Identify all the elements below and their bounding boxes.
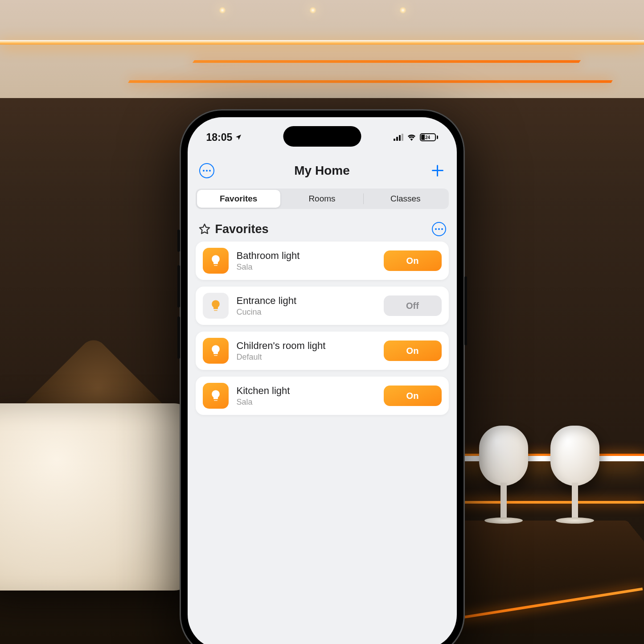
star-icon: [198, 223, 211, 235]
wifi-icon: [407, 134, 416, 141]
light-text: Entrance light Cucina: [237, 295, 376, 317]
light-card[interactable]: Kitchen light Sala On: [196, 377, 449, 415]
section-title: Favorites: [215, 222, 269, 236]
menu-button[interactable]: [198, 162, 215, 179]
phone-volume-down: [177, 316, 180, 359]
nav-bar: My Home: [188, 157, 457, 184]
ellipsis-circle-icon: [199, 163, 214, 178]
ceiling-light-strip: [128, 80, 612, 83]
bar-stool: [475, 426, 533, 524]
light-room: Cucina: [237, 308, 376, 317]
light-toggle-button[interactable]: Off: [384, 295, 442, 316]
content-area: Favorites Bathroom light Sala On: [196, 217, 449, 644]
light-room: Sala: [237, 263, 376, 272]
tab-classes[interactable]: Classes: [364, 190, 447, 208]
light-room: Default: [237, 353, 376, 362]
plus-icon: [431, 164, 444, 177]
light-name: Children's room light: [237, 340, 376, 352]
lightbulb-icon: [203, 338, 229, 364]
ceiling-spotlight: [309, 7, 316, 14]
ceiling-light-strip: [0, 40, 644, 45]
light-room: Sala: [237, 398, 376, 407]
tab-rooms[interactable]: Rooms: [280, 190, 364, 208]
lightbulb-icon: [203, 248, 229, 274]
cellular-icon: [394, 134, 403, 141]
lightbulb-icon: [203, 293, 229, 319]
light-card[interactable]: Entrance light Cucina Off: [196, 287, 449, 325]
light-toggle-button[interactable]: On: [384, 250, 442, 271]
bar-stool: [546, 426, 604, 524]
light-text: Children's room light Default: [237, 340, 376, 362]
add-button[interactable]: [429, 162, 446, 179]
light-toggle-button[interactable]: On: [384, 340, 442, 361]
phone-screen: 18:05 24 My Home: [188, 117, 457, 644]
ceiling: [0, 0, 644, 98]
light-card[interactable]: Bathroom light Sala On: [196, 242, 449, 280]
light-card[interactable]: Children's room light Default On: [196, 332, 449, 370]
phone-power-button: [464, 276, 467, 345]
light-name: Entrance light: [237, 295, 376, 307]
page-title: My Home: [294, 164, 349, 178]
light-name: Bathroom light: [237, 250, 376, 262]
section-header: Favorites: [198, 222, 446, 236]
phone-frame: 18:05 24 My Home: [180, 109, 465, 644]
ceiling-light-strip: [192, 60, 580, 63]
phone-side-button: [177, 230, 180, 252]
light-text: Bathroom light Sala: [237, 250, 376, 272]
location-icon: [235, 134, 242, 141]
battery-icon: 24: [420, 133, 438, 141]
ceiling-spotlight: [399, 7, 406, 14]
tab-favorites[interactable]: Favorites: [197, 190, 280, 208]
phone-volume-up: [177, 265, 180, 308]
battery-level: 24: [425, 135, 430, 140]
section-more-button[interactable]: [432, 222, 446, 236]
status-time: 18:05: [206, 131, 233, 144]
light-text: Kitchen light Sala: [237, 385, 376, 407]
view-tabs: Favorites Rooms Classes: [196, 189, 449, 209]
status-bar: 18:05 24: [188, 128, 457, 146]
light-toggle-button[interactable]: On: [384, 386, 442, 406]
light-name: Kitchen light: [237, 385, 376, 397]
lightbulb-icon: [203, 383, 229, 409]
sofa: [0, 403, 196, 591]
stage: 18:05 24 My Home: [0, 0, 644, 644]
